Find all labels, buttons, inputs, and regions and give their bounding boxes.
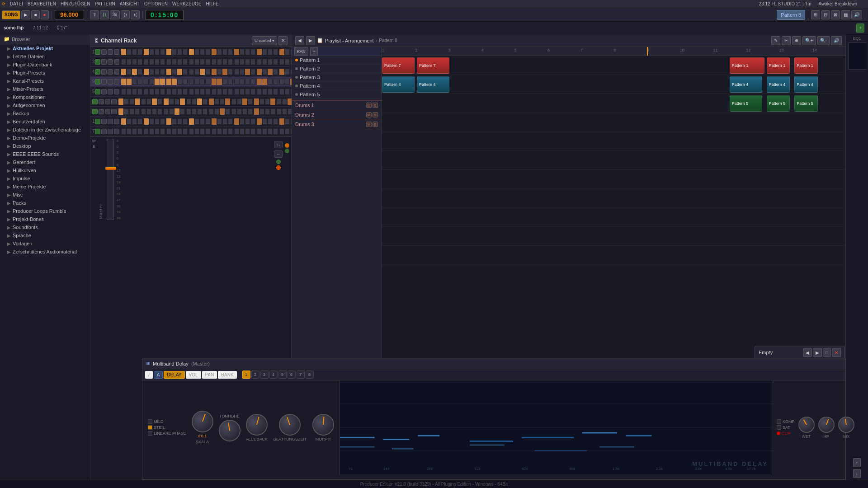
cr-step[interactable] bbox=[242, 99, 247, 105]
cr-step[interactable] bbox=[270, 108, 275, 115]
cr-ctrl-btn[interactable] bbox=[114, 59, 119, 65]
cr-step[interactable] bbox=[189, 69, 194, 75]
cr-step[interactable] bbox=[166, 89, 171, 95]
cr-step[interactable] bbox=[234, 69, 239, 75]
cr-step[interactable] bbox=[121, 69, 126, 75]
cr-step[interactable] bbox=[262, 118, 267, 125]
cr-step[interactable] bbox=[209, 108, 214, 115]
cr-step[interactable] bbox=[183, 128, 188, 135]
cr-step[interactable] bbox=[177, 89, 182, 95]
drums-1-mute[interactable]: M bbox=[366, 103, 372, 108]
sidebar-item-sprache[interactable]: ▶Sprache bbox=[0, 231, 90, 239]
cr-step[interactable] bbox=[127, 128, 132, 135]
cr-step[interactable] bbox=[250, 69, 255, 75]
pattern-block[interactable]: Pattern 1 bbox=[794, 57, 817, 74]
cr-step[interactable] bbox=[157, 108, 162, 115]
cr-ctrl-btn[interactable] bbox=[92, 99, 98, 104]
cr-step[interactable] bbox=[250, 89, 255, 95]
cr-step[interactable] bbox=[152, 108, 157, 115]
cr-step[interactable] bbox=[282, 108, 287, 115]
cr-ctrl-btn[interactable] bbox=[101, 59, 107, 65]
green-led[interactable] bbox=[276, 160, 281, 164]
cr-step[interactable] bbox=[237, 108, 242, 115]
cr-step[interactable] bbox=[268, 79, 273, 85]
cr-step[interactable] bbox=[177, 128, 182, 135]
nav-btn5[interactable]: ⟩⟨ bbox=[131, 10, 140, 19]
cr-step[interactable] bbox=[144, 118, 149, 125]
cr-step[interactable] bbox=[240, 89, 245, 95]
menu-item-werkzeuge[interactable]: WERKZEUGE bbox=[172, 1, 201, 6]
cr-ctrl-btn[interactable] bbox=[105, 99, 110, 104]
view-btn5[interactable]: 🔊 bbox=[851, 10, 862, 19]
komp-checkbox[interactable] bbox=[777, 419, 781, 424]
cr-step[interactable] bbox=[160, 59, 165, 65]
cr-step[interactable] bbox=[164, 99, 169, 105]
cr-step[interactable] bbox=[273, 128, 278, 135]
cr-step[interactable] bbox=[149, 49, 154, 55]
cr-step[interactable] bbox=[169, 99, 174, 105]
cr-step[interactable] bbox=[248, 108, 253, 115]
cr-step[interactable] bbox=[180, 99, 185, 105]
cr-ctrl-btn[interactable] bbox=[101, 119, 107, 124]
cr-step[interactable] bbox=[137, 128, 142, 135]
cr-step[interactable] bbox=[177, 69, 182, 75]
cr-step[interactable] bbox=[212, 89, 217, 95]
cr-step[interactable] bbox=[279, 49, 284, 55]
cr-step[interactable] bbox=[135, 108, 140, 115]
empty-next[interactable]: ▶ bbox=[813, 348, 822, 357]
fader-dot1[interactable] bbox=[285, 143, 289, 148]
cr-step[interactable] bbox=[183, 89, 188, 95]
cr-step[interactable] bbox=[257, 118, 262, 125]
cr-step[interactable] bbox=[160, 69, 165, 75]
mild-checkbox[interactable] bbox=[148, 419, 152, 424]
cr-step[interactable] bbox=[137, 49, 142, 55]
stop-button[interactable]: ■ bbox=[31, 10, 39, 19]
pattern-block[interactable]: Pattern 4 bbox=[417, 76, 449, 93]
cr-ctrl-btn[interactable] bbox=[101, 69, 107, 75]
cr-step[interactable] bbox=[250, 49, 255, 55]
pattern-block[interactable]: Pattern 7 bbox=[417, 57, 449, 74]
cr-step[interactable] bbox=[127, 49, 132, 55]
cr-step[interactable] bbox=[172, 79, 177, 85]
bank-btn-7[interactable]: 7 bbox=[297, 371, 305, 379]
arr-zoom-in[interactable]: 🔍+ bbox=[802, 36, 816, 45]
cr-step[interactable] bbox=[277, 99, 282, 105]
cr-step[interactable] bbox=[225, 99, 230, 105]
cr-step[interactable] bbox=[186, 99, 191, 105]
cr-step[interactable] bbox=[121, 59, 126, 65]
arr-prev-btn[interactable]: ◀ bbox=[295, 36, 304, 45]
cr-step[interactable] bbox=[197, 108, 202, 115]
tonhohe-knob[interactable] bbox=[219, 420, 241, 441]
cr-ctrl-btn[interactable] bbox=[101, 129, 107, 134]
cr-ctrl-btn[interactable] bbox=[108, 69, 113, 75]
cr-step[interactable] bbox=[177, 59, 182, 65]
cr-step[interactable] bbox=[217, 118, 222, 125]
cr-step[interactable] bbox=[268, 118, 273, 125]
cr-ctrl-btn[interactable] bbox=[108, 79, 113, 84]
cr-step[interactable] bbox=[200, 118, 205, 125]
cr-step[interactable] bbox=[259, 99, 264, 105]
cr-step[interactable] bbox=[121, 118, 126, 125]
cr-step[interactable] bbox=[149, 128, 154, 135]
pattern-list-item-2[interactable]: Pattern 2 bbox=[292, 65, 382, 73]
arr-tool3[interactable]: ⊕ bbox=[792, 36, 801, 45]
cr-step[interactable] bbox=[194, 79, 199, 85]
cr-step[interactable] bbox=[200, 69, 205, 75]
view-btn1[interactable]: ⊞ bbox=[811, 10, 820, 19]
cr-step[interactable] bbox=[234, 79, 239, 85]
cr-ctrl-btn[interactable] bbox=[114, 129, 119, 134]
arr-next-btn[interactable]: ▶ bbox=[306, 36, 315, 45]
right-panel-up[interactable]: ↑ bbox=[853, 458, 861, 467]
cr-step[interactable] bbox=[132, 69, 137, 75]
mixer-btn-up[interactable]: ↑↓ bbox=[274, 141, 283, 148]
sidebar-item-vorlagen[interactable]: ▶Vorlagen bbox=[0, 239, 90, 248]
cr-step[interactable] bbox=[132, 49, 137, 55]
drums-2-mute[interactable]: M bbox=[366, 112, 372, 117]
cr-step[interactable] bbox=[118, 99, 123, 105]
cr-step[interactable] bbox=[285, 118, 290, 125]
cr-step[interactable] bbox=[262, 79, 267, 85]
cr-step[interactable] bbox=[214, 99, 219, 105]
cr-step[interactable] bbox=[225, 108, 230, 115]
cr-step[interactable] bbox=[228, 128, 233, 135]
cr-step[interactable] bbox=[189, 49, 194, 55]
